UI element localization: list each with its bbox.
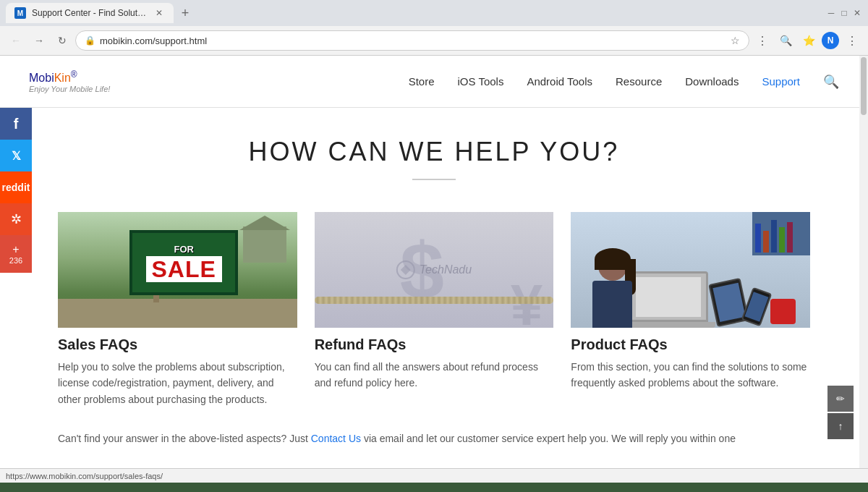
sales-faq-desc: Help you to solve the problems about sub… [58, 359, 297, 407]
contact-us-link[interactable]: Contact Us [311, 433, 361, 444]
page-content: f 𝕏 reddit ✲ + 236 MobiKin® Enjoy Your M… [0, 56, 868, 468]
facebook-share-button[interactable]: f [0, 108, 32, 140]
reddit-share-button[interactable]: reddit [0, 171, 32, 203]
site-search-icon[interactable]: 🔍 [823, 74, 839, 90]
extensions-icon[interactable]: ⋮ [752, 30, 773, 51]
bottom-text-before: Can't find your answer in the above-list… [58, 433, 311, 444]
product-faq-image [571, 212, 810, 328]
address-bar: ← → ↻ 🔒 mobikin.com/support.html ☆ ⋮ 🔍 ⭐… [0, 26, 868, 55]
url-text: mobikin.com/support.html [100, 35, 726, 46]
nav-resource[interactable]: Resource [616, 75, 662, 88]
refresh-button[interactable]: ↻ [52, 30, 72, 51]
product-faq-card[interactable]: Product FAQs From this section, you can … [571, 212, 810, 407]
product-faq-desc: From this section, you can find the solu… [571, 359, 810, 391]
edit-button[interactable]: ✏ [827, 386, 854, 412]
maximize-button[interactable] [839, 8, 849, 18]
stumbleupon-icon: ✲ [11, 211, 22, 227]
scrollbar[interactable] [859, 56, 868, 468]
logo-registered: ® [71, 69, 77, 80]
hero-title: HOW CAN WE HELP YOU? [0, 137, 868, 167]
new-tab-button[interactable]: + [175, 3, 195, 23]
star-icon[interactable]: ⭐ [799, 30, 819, 51]
search-browser-icon[interactable]: 🔍 [775, 30, 796, 51]
tab-close-button[interactable]: ✕ [153, 7, 165, 19]
chrome-menu-button[interactable]: ⋮ [842, 30, 862, 51]
nav-android-tools[interactable]: Android Tools [527, 75, 592, 88]
product-faq-title: Product FAQs [571, 336, 810, 353]
site-logo[interactable]: MobiKin® Enjoy Your Mobile Life! [29, 69, 110, 93]
tab-favicon: M [14, 7, 26, 19]
minimize-button[interactable] [826, 8, 836, 18]
nav-ios-tools[interactable]: iOS Tools [457, 75, 503, 88]
tab-title: Support Center - Find Solutions [32, 8, 148, 18]
floating-action-buttons: ✏ ↑ [827, 386, 854, 439]
refund-faq-card[interactable]: $ ¥ TechNadu Refund FAQs [315, 212, 554, 407]
hero-divider [412, 179, 456, 180]
back-button[interactable]: ← [6, 30, 26, 51]
hero-section: HOW CAN WE HELP YOU? [0, 108, 868, 195]
status-bar: https://www.mobikin.com/support/sales-fa… [0, 468, 868, 483]
logo-mobi-text: Mobi [29, 72, 54, 84]
logo-kin-text: Kin [54, 72, 71, 84]
twitter-share-button[interactable]: 𝕏 [0, 140, 32, 171]
forward-button[interactable]: → [29, 30, 49, 51]
refund-faq-title: Refund FAQs [315, 336, 554, 353]
site-header: MobiKin® Enjoy Your Mobile Life! Store i… [0, 56, 868, 108]
reddit-icon: reddit [2, 182, 30, 193]
bottom-text: Can't find your answer in the above-list… [0, 407, 868, 446]
stumbleupon-share-button[interactable]: ✲ [0, 203, 32, 235]
url-bar[interactable]: 🔒 mobikin.com/support.html ☆ [75, 30, 749, 51]
sales-faq-title: Sales FAQs [58, 336, 297, 353]
profile-button[interactable]: N [822, 32, 839, 49]
google-plus-share-button[interactable]: + 236 [0, 235, 32, 273]
scroll-top-button[interactable]: ↑ [827, 413, 854, 439]
refund-faq-image: $ ¥ TechNadu [315, 212, 554, 328]
nav-support[interactable]: Support [762, 75, 800, 88]
status-url: https://www.mobikin.com/support/sales-fa… [6, 472, 163, 480]
sales-faq-card[interactable]: FOR SALE Sales FAQs Help you to solve th… [58, 212, 297, 407]
nav-downloads[interactable]: Downloads [685, 75, 739, 88]
nav-store[interactable]: Store [409, 75, 435, 88]
bottom-text-after: via email and let our customer service e… [361, 433, 736, 444]
logo-tagline: Enjoy Your Mobile Life! [29, 85, 110, 93]
google-plus-count: 236 [9, 256, 22, 265]
active-tab[interactable]: M Support Center - Find Solutions ✕ [6, 3, 174, 23]
lock-icon: 🔒 [85, 35, 95, 46]
bookmark-icon[interactable]: ☆ [731, 35, 740, 46]
twitter-icon: 𝕏 [12, 149, 21, 163]
facebook-icon: f [14, 116, 19, 132]
google-plus-icon: + [12, 243, 19, 256]
sales-faq-image: FOR SALE [58, 212, 297, 328]
technadu-watermark: TechNadu [420, 263, 472, 276]
social-sidebar: f 𝕏 reddit ✲ + 236 [0, 108, 32, 273]
refund-faq-desc: You can find all the answers about refun… [315, 359, 554, 391]
close-button[interactable] [852, 8, 862, 18]
scrollbar-thumb[interactable] [861, 57, 867, 115]
faq-grid: FOR SALE Sales FAQs Help you to solve th… [0, 195, 868, 407]
site-navigation: Store iOS Tools Android Tools Resource D… [409, 74, 839, 90]
